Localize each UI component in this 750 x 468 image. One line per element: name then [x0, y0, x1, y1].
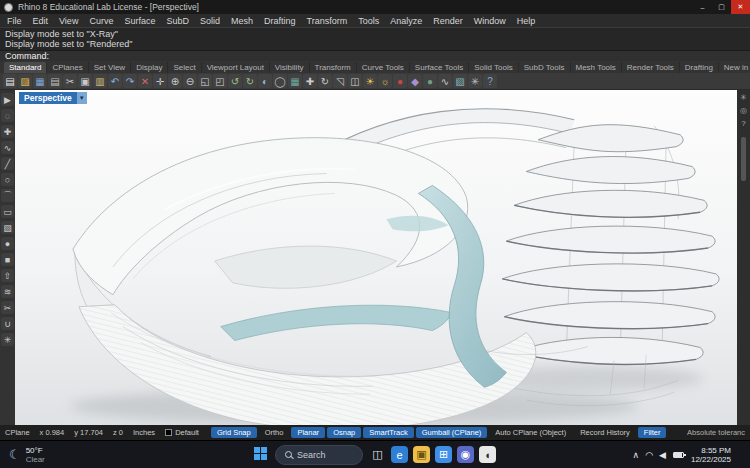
loft-tool-icon[interactable]: ≋ — [1, 285, 14, 298]
settings-icon[interactable]: ✳ — [468, 74, 482, 88]
toolbar-tab[interactable]: SubD Tools — [519, 62, 571, 73]
menu-item[interactable]: Surface — [124, 16, 155, 26]
minimize-button[interactable]: – — [693, 0, 712, 14]
help-icon[interactable]: ? — [483, 74, 497, 88]
menu-item[interactable]: Render — [433, 16, 463, 26]
perspective-viewport[interactable]: Perspective ▼ — [15, 90, 737, 425]
menu-item[interactable]: Window — [474, 16, 506, 26]
toolbar-tab[interactable]: CPlanes — [47, 62, 88, 73]
shaded-view-icon[interactable]: ◐ — [258, 74, 272, 88]
toolbar-tab[interactable]: Mesh Tools — [571, 62, 622, 73]
taskbar-search[interactable]: Search — [275, 445, 363, 465]
edge-browser-icon[interactable]: e — [391, 446, 408, 463]
wireframe-view-icon[interactable]: ◯ — [273, 74, 287, 88]
copy-icon[interactable]: ▣ — [78, 74, 92, 88]
toolbar-tab[interactable]: Standard — [4, 62, 47, 73]
file-explorer-icon[interactable]: ▣ — [413, 446, 430, 463]
viewport-title-label[interactable]: Perspective — [19, 92, 77, 104]
surface-tool-icon[interactable]: ▧ — [1, 221, 14, 234]
save-icon[interactable]: ▦ — [33, 74, 47, 88]
viewport-3d-canvas[interactable] — [15, 90, 737, 425]
microsoft-store-icon[interactable]: ⊞ — [435, 446, 452, 463]
mirror-icon[interactable]: ◫ — [348, 74, 362, 88]
sphere-tool-icon[interactable]: ● — [1, 237, 14, 250]
toolbar-tab[interactable]: Render Tools — [622, 62, 680, 73]
toolbar-tab[interactable]: Curve Tools — [357, 62, 410, 73]
join-tool-icon[interactable]: ∪ — [1, 317, 14, 330]
toolbar-tab[interactable]: Select — [168, 62, 201, 73]
grid-icon[interactable]: ▦ — [288, 74, 302, 88]
menu-item[interactable]: Edit — [33, 16, 49, 26]
scale-icon[interactable]: ◹ — [333, 74, 347, 88]
paste-icon[interactable]: ▥ — [93, 74, 107, 88]
curve-tool-icon[interactable]: ∿ — [438, 74, 452, 88]
menu-item[interactable]: Curve — [89, 16, 113, 26]
status-toggle[interactable]: Planar — [291, 427, 325, 438]
options-tool-icon[interactable]: ✳ — [1, 333, 14, 346]
taskbar-clock[interactable]: 8:55 PM 12/22/2025 — [691, 446, 731, 464]
menu-item[interactable]: Help — [517, 16, 536, 26]
menu-item[interactable]: Mesh — [231, 16, 253, 26]
toolbar-tab[interactable]: Solid Tools — [469, 62, 519, 73]
toolbar-tab[interactable]: Display — [131, 62, 168, 73]
status-toggle[interactable]: SmartTrack — [363, 427, 413, 438]
new-file-icon[interactable]: ▤ — [3, 74, 17, 88]
box-tool-icon[interactable]: ■ — [1, 253, 14, 266]
photos-icon[interactable]: ◉ — [457, 446, 474, 463]
cplane-selector[interactable]: CPlane — [0, 428, 35, 437]
menu-item[interactable]: SubD — [166, 16, 189, 26]
menu-item[interactable]: Tools — [358, 16, 379, 26]
toolbar-tab[interactable]: Drafting — [680, 62, 719, 73]
menu-item[interactable]: Drafting — [264, 16, 296, 26]
status-toggle[interactable]: Ortho — [259, 427, 290, 438]
zoom-window-icon[interactable]: ◰ — [213, 74, 227, 88]
task-view-icon[interactable]: ◫ — [369, 446, 386, 463]
maximize-button[interactable]: ▢ — [712, 0, 731, 14]
weather-widget[interactable]: ☾ 50°F Clear — [0, 446, 54, 464]
tray-expand-icon[interactable]: ∧ — [633, 450, 640, 460]
toolbar-tab[interactable]: New in V8 — [719, 62, 750, 73]
move-tool-icon[interactable]: ✚ — [1, 125, 14, 138]
zoom-extents-icon[interactable]: ◱ — [198, 74, 212, 88]
menu-item[interactable]: Analyze — [390, 16, 422, 26]
circle-tool-icon[interactable]: ○ — [1, 173, 14, 186]
network-icon[interactable]: ◠ — [645, 450, 653, 460]
lamp-icon[interactable]: ☼ — [378, 74, 392, 88]
command-prompt-input[interactable]: Command: — [0, 50, 750, 61]
cut-icon[interactable]: ✂ — [63, 74, 77, 88]
pan-icon[interactable]: ✛ — [153, 74, 167, 88]
toolbar-tab[interactable]: Transform — [310, 62, 357, 73]
undo-view-icon[interactable]: ↺ — [228, 74, 242, 88]
panel-gear-icon[interactable]: ✳ — [740, 93, 747, 102]
line-tool-icon[interactable]: ╱ — [1, 157, 14, 170]
panel-help-icon[interactable]: ? — [741, 119, 745, 128]
menu-item[interactable]: File — [7, 16, 22, 26]
delete-icon[interactable]: ✕ — [138, 74, 152, 88]
menu-item[interactable]: Solid — [200, 16, 220, 26]
units-indicator[interactable]: Inches — [128, 428, 160, 437]
extrude-tool-icon[interactable]: ⇧ — [1, 269, 14, 282]
lasso-select-icon[interactable]: ◌ — [1, 109, 14, 122]
trim-tool-icon[interactable]: ✂ — [1, 301, 14, 314]
redo-icon[interactable]: ↷ — [123, 74, 137, 88]
render-sphere-icon[interactable]: ● — [423, 74, 437, 88]
material-icon[interactable]: ◆ — [408, 74, 422, 88]
record-icon[interactable]: ● — [393, 74, 407, 88]
status-toggle[interactable]: Gumball (CPlane) — [416, 427, 488, 438]
close-button[interactable]: ✕ — [731, 0, 750, 14]
undo-icon[interactable]: ↶ — [108, 74, 122, 88]
volume-icon[interactable]: ◀ — [659, 450, 666, 460]
status-toggle[interactable]: Record History — [574, 427, 636, 438]
menu-item[interactable]: View — [59, 16, 78, 26]
sun-light-icon[interactable]: ☀ — [363, 74, 377, 88]
panel-pin-icon[interactable]: ◎ — [740, 106, 747, 115]
curve-tool-icon[interactable]: ∿ — [1, 141, 14, 154]
toolbar-tab[interactable]: Set View — [89, 62, 131, 73]
surface-tool-icon[interactable]: ▧ — [453, 74, 467, 88]
status-toggle[interactable]: Auto CPlane (Object) — [489, 427, 572, 438]
print-icon[interactable]: ▤ — [48, 74, 62, 88]
redo-view-icon[interactable]: ↻ — [243, 74, 257, 88]
start-button[interactable] — [254, 447, 269, 462]
status-toggle[interactable]: Grid Snap — [211, 427, 257, 438]
viewport-scrollbar[interactable] — [741, 137, 746, 181]
